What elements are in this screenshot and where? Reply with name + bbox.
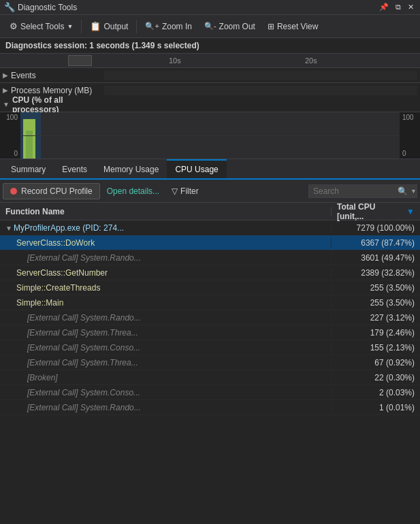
title-bar: 🔧 Diagnostic Tools 📌 ⧉ ✕ — [0, 0, 420, 15]
events-collapse-icon: ▶ — [3, 71, 8, 79]
td-total-cpu: 2389 (32.82%) — [332, 268, 420, 278]
td-function-name: [External Call] System.Rando... — [0, 313, 332, 323]
search-input[interactable] — [313, 186, 395, 196]
output-button[interactable]: 📋 Output — [84, 17, 133, 36]
th-function-name-label: Function Name — [5, 207, 65, 216]
title-bar-text: Diagnostic Tools — [18, 3, 77, 12]
table-row[interactable]: [External Call] System.Conso...155 (2.13… — [0, 340, 420, 355]
zoom-out-button[interactable]: 🔍- Zoom Out — [199, 17, 261, 36]
table-header: Function Name Total CPU [unit,... ▼ — [0, 203, 420, 220]
cpu-chart-header[interactable]: ▼ CPU (% of all processors) — [0, 97, 420, 112]
td-function-name: [External Call] System.Threa... — [0, 328, 332, 338]
process-memory-label-container: ▶ Process Memory (MB) — [3, 86, 101, 95]
table-row[interactable]: ServerClass::GetNumber2389 (32.82%) — [0, 265, 420, 280]
table-row[interactable]: [Broken]22 (0.30%) — [0, 370, 420, 385]
tab-events-label: Events — [62, 165, 87, 174]
process-memory-collapse-icon: ▶ — [3, 86, 8, 94]
open-details-label: Open details... — [107, 186, 159, 196]
table-row[interactable]: [External Call] System.Rando...227 (3.12… — [0, 310, 420, 325]
td-function-name: [External Call] System.Conso... — [0, 343, 332, 353]
table-row[interactable]: [External Call] System.Rando...3601 (49.… — [0, 250, 420, 265]
pin-button[interactable]: 📌 — [377, 2, 391, 12]
wrench-icon: ⚙ — [10, 21, 18, 31]
diagnostic-tools-icon: 🔧 — [4, 2, 15, 12]
table-row[interactable]: [External Call] System.Threa...67 (0.92%… — [0, 355, 420, 370]
selection-indicator[interactable] — [68, 55, 92, 66]
td-total-cpu: 227 (3.12%) — [332, 313, 420, 323]
table-row[interactable]: ServerClass::DoWork6367 (87.47%) — [0, 235, 420, 250]
tab-memory-usage[interactable]: Memory Usage — [95, 161, 167, 178]
tree-expand-icon[interactable]: ▼ — [5, 225, 14, 232]
td-function-name: ServerClass::GetNumber — [0, 268, 332, 278]
tab-memory-usage-label: Memory Usage — [103, 165, 159, 174]
th-function-name[interactable]: Function Name — [0, 207, 332, 216]
events-track — [104, 71, 417, 80]
zoom-out-label: Zoom Out — [219, 22, 255, 31]
td-total-cpu: 255 (3.50%) — [332, 283, 420, 293]
title-bar-left: 🔧 Diagnostic Tools — [4, 2, 77, 12]
cpu-grid-mid — [20, 135, 400, 136]
process-memory-track — [104, 86, 417, 95]
td-total-cpu: 7279 (100.00%) — [332, 223, 420, 233]
cpu-y-top-left: 100 — [3, 114, 18, 121]
tab-events[interactable]: Events — [54, 161, 95, 178]
reset-view-label: Reset View — [277, 22, 318, 31]
table-body: ▼ MyProfilerApp.exe (PID: 274...7279 (10… — [0, 220, 420, 524]
zoom-in-icon: 🔍+ — [145, 22, 159, 31]
zoom-in-button[interactable]: 🔍+ Zoom In — [140, 17, 197, 36]
table-row[interactable]: ▼ MyProfilerApp.exe (PID: 274...7279 (10… — [0, 220, 420, 235]
td-total-cpu: 67 (0.92%) — [332, 358, 420, 367]
output-label: Output — [103, 22, 128, 31]
function-name-text: Simple::CreateThreads — [16, 283, 100, 293]
record-cpu-profile-button[interactable]: Record CPU Profile — [3, 183, 100, 199]
table-row[interactable]: Simple::CreateThreads255 (3.50%) — [0, 280, 420, 295]
close-button[interactable]: ✕ — [406, 2, 416, 12]
td-function-name: [External Call] System.Rando... — [0, 403, 332, 412]
table-row[interactable]: [External Call] System.Threa...179 (2.46… — [0, 325, 420, 340]
td-function-name: ServerClass::DoWork — [0, 238, 332, 248]
reset-view-button[interactable]: ⊞ Reset View — [262, 17, 323, 36]
function-name-text: ServerClass::GetNumber — [16, 268, 108, 278]
table-row[interactable]: Simple::Main255 (3.50%) — [0, 295, 420, 310]
cpu-collapse-icon: ▼ — [3, 101, 10, 108]
float-button[interactable]: ⧉ — [393, 2, 403, 12]
cpu-chart-body: 100 0 100 0 — [0, 112, 420, 159]
th-total-cpu[interactable]: Total CPU [unit,... ▼ — [332, 202, 420, 221]
session-info: Diagnostics session: 1 seconds (1.349 s … — [0, 38, 420, 54]
process-memory-label: Process Memory (MB) — [11, 86, 92, 95]
search-icon: 🔍 — [398, 186, 408, 196]
table-row[interactable]: [External Call] System.Conso...2 (0.03%) — [0, 385, 420, 400]
function-name-text: Simple::Main — [16, 298, 63, 308]
function-name-text: ServerClass::DoWork — [16, 238, 95, 248]
search-area[interactable]: 🔍 ▼ — [308, 184, 417, 198]
tabs-bar: Summary Events Memory Usage CPU Usage — [0, 159, 420, 180]
timeline-area: 10s 20s ▶ Events ▶ Process Memory (MB) ▼… — [0, 54, 420, 159]
title-bar-right: 📌 ⧉ ✕ — [377, 2, 416, 12]
filter-button[interactable]: ▽ Filter — [166, 184, 204, 199]
function-name-text: [External Call] System.Threa... — [27, 358, 138, 367]
select-tools-button[interactable]: ⚙ Select Tools ▼ — [4, 17, 78, 36]
td-function-name: Simple::Main — [0, 298, 332, 308]
search-dropdown-icon[interactable]: ▼ — [410, 188, 417, 195]
td-total-cpu: 155 (2.13%) — [332, 343, 420, 353]
events-section[interactable]: ▶ Events — [0, 67, 420, 82]
tab-cpu-usage[interactable]: CPU Usage — [167, 159, 226, 178]
cpu-header-label: CPU (% of all processors) — [12, 95, 101, 114]
td-function-name: [Broken] — [0, 373, 332, 382]
toolbar-separator-2 — [136, 20, 137, 33]
tab-summary[interactable]: Summary — [3, 161, 54, 178]
td-total-cpu: 179 (2.46%) — [332, 328, 420, 338]
td-function-name: [External Call] System.Conso... — [0, 388, 332, 397]
tab-cpu-usage-label: CPU Usage — [175, 165, 218, 174]
open-details-button[interactable]: Open details... — [103, 184, 163, 199]
td-function-name: [External Call] System.Threa... — [0, 358, 332, 367]
record-cpu-profile-label: Record CPU Profile — [21, 186, 93, 196]
zoom-out-icon: 🔍- — [204, 22, 216, 31]
cpu-header-label-container: ▼ CPU (% of all processors) — [3, 95, 101, 114]
filter-label: Filter — [180, 186, 199, 196]
th-total-cpu-label: Total CPU [unit,... — [337, 202, 404, 221]
function-name-text: [External Call] System.Rando... — [27, 253, 141, 263]
table-row[interactable]: [External Call] System.Rando...1 (0.01%) — [0, 400, 420, 415]
function-name-text: [External Call] System.Threa... — [27, 328, 138, 338]
cpu-chart-canvas[interactable] — [20, 112, 400, 159]
